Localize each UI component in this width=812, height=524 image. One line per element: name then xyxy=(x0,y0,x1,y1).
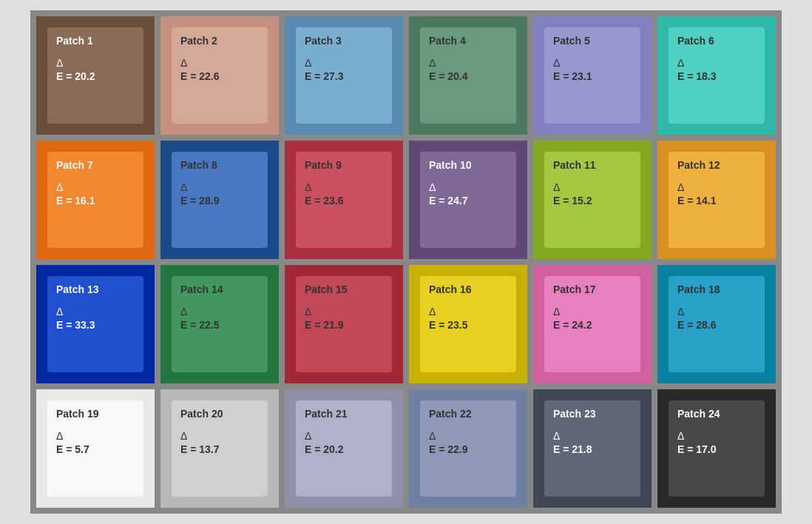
patch-card-4: Patch 4ΔE = 20.4 xyxy=(420,27,516,124)
patch-delta-19: Δ xyxy=(56,430,135,442)
patch-cell-21: Patch 21ΔE = 20.2 xyxy=(285,389,403,508)
patch-label-18: Patch 18 xyxy=(677,283,756,295)
patch-evalue-2: E = 22.6 xyxy=(180,70,259,82)
patch-evalue-19: E = 5.7 xyxy=(56,443,135,455)
patch-delta-16: Δ xyxy=(429,306,507,318)
patch-evalue-24: E = 17.0 xyxy=(677,443,756,455)
patch-card-6: Patch 6ΔE = 18.3 xyxy=(669,27,765,124)
patch-delta-1: Δ xyxy=(56,57,135,69)
patch-delta-17: Δ xyxy=(553,306,632,318)
patch-label-21: Patch 21 xyxy=(305,408,383,420)
patch-card-12: Patch 12ΔE = 14.1 xyxy=(669,152,765,248)
patch-label-3: Patch 3 xyxy=(305,35,383,47)
patch-label-9: Patch 9 xyxy=(305,159,383,171)
patch-card-1: Patch 1ΔE = 20.2 xyxy=(47,27,143,124)
patch-card-11: Patch 11ΔE = 15.2 xyxy=(544,152,640,248)
patch-delta-14: Δ xyxy=(180,306,259,318)
patch-cell-4: Patch 4ΔE = 20.4 xyxy=(409,16,527,135)
patch-evalue-13: E = 33.3 xyxy=(56,319,135,331)
patch-label-17: Patch 17 xyxy=(553,283,632,295)
patch-evalue-3: E = 27.3 xyxy=(305,70,383,82)
patch-cell-6: Patch 6ΔE = 18.3 xyxy=(657,16,776,135)
patch-cell-16: Patch 16ΔE = 23.5 xyxy=(409,265,527,383)
patch-delta-20: Δ xyxy=(180,430,259,442)
patch-delta-24: Δ xyxy=(677,430,756,442)
patch-card-8: Patch 8ΔE = 28.9 xyxy=(172,152,268,248)
patch-label-19: Patch 19 xyxy=(56,408,135,420)
patch-evalue-12: E = 14.1 xyxy=(677,195,756,206)
patch-cell-15: Patch 15ΔE = 21.9 xyxy=(285,265,403,383)
patch-label-5: Patch 5 xyxy=(553,35,632,47)
patch-delta-8: Δ xyxy=(180,181,259,193)
patch-evalue-18: E = 28.6 xyxy=(677,319,756,331)
patch-cell-8: Patch 8ΔE = 28.9 xyxy=(160,141,279,259)
patch-delta-22: Δ xyxy=(429,430,507,442)
patch-delta-3: Δ xyxy=(305,57,383,69)
patch-label-6: Patch 6 xyxy=(677,35,756,47)
patch-cell-9: Patch 9ΔE = 23.6 xyxy=(285,141,403,259)
patch-card-21: Patch 21ΔE = 20.2 xyxy=(296,400,392,497)
patch-card-2: Patch 2ΔE = 22.6 xyxy=(172,27,268,124)
patch-evalue-17: E = 24.2 xyxy=(553,319,632,331)
patch-card-19: Patch 19ΔE = 5.7 xyxy=(47,400,143,497)
patch-label-20: Patch 20 xyxy=(180,408,259,420)
patch-label-2: Patch 2 xyxy=(180,35,259,47)
patch-evalue-8: E = 28.9 xyxy=(180,195,259,206)
patch-label-13: Patch 13 xyxy=(56,283,135,295)
patch-card-10: Patch 10ΔE = 24.7 xyxy=(420,152,516,248)
patch-delta-23: Δ xyxy=(553,430,632,442)
patch-delta-13: Δ xyxy=(56,306,135,318)
patch-delta-11: Δ xyxy=(553,181,632,193)
patch-evalue-10: E = 24.7 xyxy=(429,195,507,206)
patch-delta-6: Δ xyxy=(677,57,756,69)
patch-card-15: Patch 15ΔE = 21.9 xyxy=(296,276,392,372)
patch-delta-18: Δ xyxy=(677,306,756,318)
patch-cell-18: Patch 18ΔE = 28.6 xyxy=(657,265,776,383)
patch-delta-2: Δ xyxy=(180,57,259,69)
patch-evalue-1: E = 20.2 xyxy=(56,70,135,82)
patch-card-3: Patch 3ΔE = 27.3 xyxy=(296,27,392,124)
patch-evalue-4: E = 20.4 xyxy=(429,70,507,82)
patch-cell-22: Patch 22ΔE = 22.9 xyxy=(409,389,527,508)
patch-label-1: Patch 1 xyxy=(56,35,135,47)
patch-evalue-5: E = 23.1 xyxy=(553,70,632,82)
patch-cell-1: Patch 1ΔE = 20.2 xyxy=(36,16,155,135)
patch-card-24: Patch 24ΔE = 17.0 xyxy=(669,400,765,497)
patch-card-14: Patch 14ΔE = 22.5 xyxy=(172,276,268,372)
patch-label-11: Patch 11 xyxy=(553,159,632,171)
patch-label-23: Patch 23 xyxy=(553,408,632,420)
patch-cell-14: Patch 14ΔE = 22.5 xyxy=(160,265,279,383)
patch-grid: Patch 1ΔE = 20.2Patch 2ΔE = 22.6Patch 3Δ… xyxy=(30,10,782,514)
patch-card-22: Patch 22ΔE = 22.9 xyxy=(420,400,516,497)
patch-card-18: Patch 18ΔE = 28.6 xyxy=(669,276,765,372)
patch-delta-21: Δ xyxy=(305,430,383,442)
patch-cell-19: Patch 19ΔE = 5.7 xyxy=(36,389,155,508)
patch-delta-9: Δ xyxy=(305,181,383,193)
patch-label-8: Patch 8 xyxy=(180,159,259,171)
patch-cell-11: Patch 11ΔE = 15.2 xyxy=(533,141,652,259)
patch-card-5: Patch 5ΔE = 23.1 xyxy=(544,27,640,124)
patch-label-4: Patch 4 xyxy=(429,35,507,47)
patch-cell-13: Patch 13ΔE = 33.3 xyxy=(36,265,155,383)
patch-evalue-23: E = 21.8 xyxy=(553,443,632,455)
patch-delta-10: Δ xyxy=(429,181,507,193)
patch-label-16: Patch 16 xyxy=(429,283,507,295)
patch-label-14: Patch 14 xyxy=(180,283,259,295)
patch-delta-7: Δ xyxy=(56,181,135,193)
patch-delta-15: Δ xyxy=(305,306,383,318)
patch-cell-24: Patch 24ΔE = 17.0 xyxy=(657,389,776,508)
patch-label-7: Patch 7 xyxy=(56,159,135,171)
patch-evalue-14: E = 22.5 xyxy=(180,319,259,331)
patch-label-12: Patch 12 xyxy=(677,159,756,171)
patch-evalue-21: E = 20.2 xyxy=(305,443,383,455)
patch-delta-12: Δ xyxy=(677,181,756,193)
patch-evalue-20: E = 13.7 xyxy=(180,443,259,455)
patch-card-17: Patch 17ΔE = 24.2 xyxy=(544,276,640,372)
patch-cell-3: Patch 3ΔE = 27.3 xyxy=(285,16,403,135)
patch-label-24: Patch 24 xyxy=(677,408,756,420)
patch-cell-23: Patch 23ΔE = 21.8 xyxy=(533,389,652,508)
patch-cell-5: Patch 5ΔE = 23.1 xyxy=(533,16,652,135)
patch-delta-5: Δ xyxy=(553,57,632,69)
patch-evalue-9: E = 23.6 xyxy=(305,195,383,206)
patch-card-16: Patch 16ΔE = 23.5 xyxy=(420,276,516,372)
